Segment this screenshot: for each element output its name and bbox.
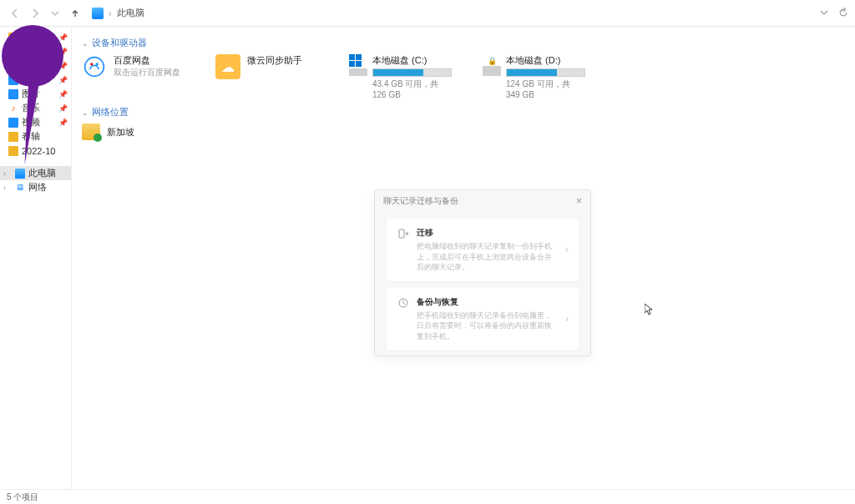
- this-pc-icon: [92, 8, 104, 19]
- card-title: 迁移: [417, 227, 559, 239]
- weiyun-icon: ☁: [215, 54, 240, 79]
- card-title: 备份与恢复: [417, 296, 559, 308]
- svg-point-2: [96, 63, 99, 65]
- tile-title: 微云同步助手: [247, 54, 302, 67]
- tile-title: 百度网盘: [114, 54, 180, 67]
- music-icon: ♪: [8, 103, 18, 113]
- dialog-title: 聊天记录迁移与备份: [383, 195, 458, 207]
- pc-icon: [15, 169, 25, 179]
- dialog-option-migrate[interactable]: 迁移 把电脑端收到的聊天记录复制一份到手机上，完成后可在手机上浏览两台设备合并后…: [387, 219, 579, 281]
- usage-bar: [372, 68, 452, 77]
- collapse-icon: ⌄: [82, 108, 89, 117]
- sidebar-item-videos[interactable]: 视频 📌: [0, 115, 71, 129]
- pin-icon: 📌: [58, 118, 68, 127]
- chevron-right-icon: ›: [565, 244, 569, 255]
- section-label: 设备和驱动器: [92, 37, 147, 49]
- mouse-cursor: [645, 304, 653, 315]
- back-button[interactable]: [7, 5, 23, 22]
- chevron-right-icon: ›: [3, 169, 12, 178]
- svg-rect-3: [399, 229, 404, 238]
- pin-icon: 📌: [58, 33, 68, 42]
- drive-icon: [349, 54, 367, 76]
- dialog-option-backup[interactable]: 备份与恢复 把手机端收到的聊天记录备份到电脑里，日后有需要时，可以将备份的内容重…: [387, 288, 579, 350]
- tile-drive-d[interactable]: 🔒 本地磁盘 (D:) 124 GB 可用，共 349 GB: [483, 54, 583, 99]
- main-content: ⌄ 设备和驱动器 百度网盘 双击运行百度网盘 ☁ 微云同步助手: [72, 27, 855, 489]
- drive-icon: 🔒: [483, 54, 501, 76]
- card-desc: 把手机端收到的聊天记录备份到电脑里，日后有需要时，可以将备份的内容重新恢复到手机…: [417, 310, 559, 342]
- collapse-icon: ⌄: [82, 39, 89, 48]
- pin-icon: 📌: [58, 90, 68, 98]
- network-folder-icon: [82, 123, 100, 140]
- tile-subtitle: 双击运行百度网盘: [114, 67, 180, 78]
- tile-baidu-netdisk[interactable]: 百度网盘 双击运行百度网盘: [82, 54, 182, 99]
- svg-point-0: [85, 58, 104, 77]
- usage-bar: [506, 68, 585, 77]
- item-count: 5 个项目: [7, 491, 38, 503]
- chevron-right-icon: ›: [565, 313, 569, 325]
- recent-dropdown[interactable]: [47, 5, 63, 22]
- drive-usage-text: 43.4 GB 可用，共 126 GB: [372, 78, 452, 99]
- drive-usage-text: 124 GB 可用，共 349 GB: [506, 78, 585, 99]
- dropdown-chevron-icon[interactable]: [820, 8, 828, 18]
- refresh-icon[interactable]: [838, 8, 848, 19]
- sidebar-item-this-pc[interactable]: › 此电脑: [0, 166, 71, 180]
- sidebar-label: 网络: [28, 181, 47, 194]
- pin-icon: 📌: [58, 76, 68, 84]
- backup-icon: [397, 296, 410, 310]
- section-devices[interactable]: ⌄ 设备和驱动器: [82, 37, 845, 49]
- baidu-icon: [82, 54, 107, 79]
- breadcrumb-location: 此电脑: [117, 7, 144, 19]
- network-icon: 🖥: [15, 183, 25, 193]
- card-desc: 把电脑端收到的聊天记录复制一份到手机上，完成后可在手机上浏览两台设备合并后的聊天…: [417, 241, 559, 273]
- svg-point-1: [90, 63, 93, 65]
- lock-icon: 🔒: [483, 57, 501, 65]
- status-bar: 5 个项目: [0, 489, 855, 504]
- breadcrumb[interactable]: › 此电脑: [92, 7, 817, 19]
- sidebar-label: 此电脑: [28, 167, 56, 179]
- section-label: 网络位置: [92, 106, 129, 118]
- tile-drive-c[interactable]: 本地磁盘 (C:) 43.4 GB 可用，共 126 GB: [349, 54, 449, 99]
- forward-button[interactable]: [27, 5, 43, 22]
- migrate-icon: [397, 227, 410, 240]
- chat-backup-dialog: 聊天记录迁移与备份 × 迁移 把电脑端收到的聊天记录复制一份到手机上，完成后可在…: [374, 189, 591, 356]
- picture-icon: [8, 89, 18, 99]
- sidebar-item-network[interactable]: › 🖥 网络: [0, 180, 71, 194]
- sidebar-item-scroll[interactable]: 卷轴: [0, 129, 71, 144]
- annotation-blob: [2, 25, 63, 87]
- address-toolbar: › 此电脑: [0, 0, 855, 27]
- chevron-right-icon: ›: [3, 184, 12, 192]
- drive-name: 本地磁盘 (C:): [372, 54, 452, 67]
- pin-icon: 📌: [58, 104, 68, 113]
- tile-network-singapore[interactable]: 新加坡: [82, 123, 134, 140]
- breadcrumb-sep: ›: [109, 8, 112, 18]
- section-network[interactable]: ⌄ 网络位置: [82, 106, 845, 118]
- tile-title: 新加坡: [107, 126, 134, 139]
- drive-name: 本地磁盘 (D:): [506, 54, 585, 67]
- tile-weiyun[interactable]: ☁ 微云同步助手: [215, 54, 316, 99]
- up-button[interactable]: [67, 5, 83, 22]
- close-button[interactable]: ×: [576, 195, 582, 207]
